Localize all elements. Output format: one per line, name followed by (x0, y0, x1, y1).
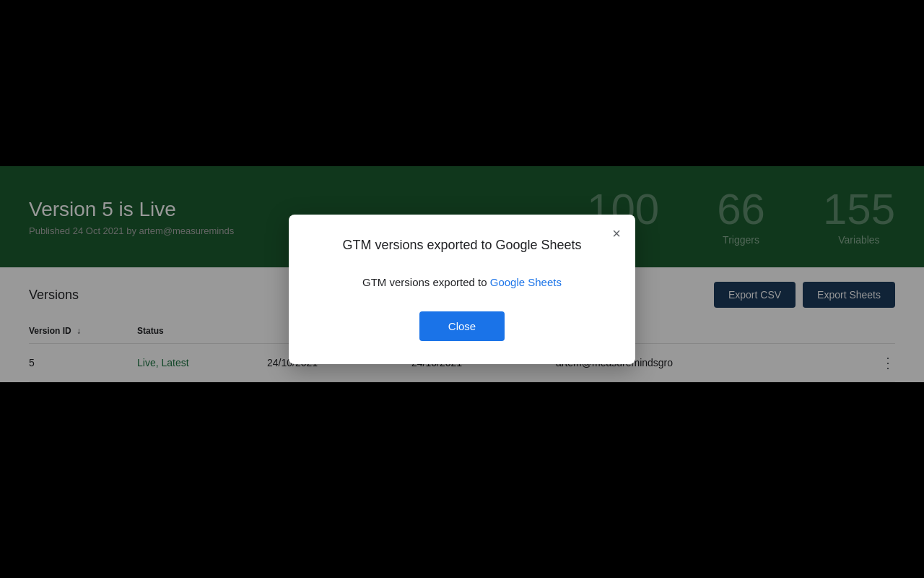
dialog-body-text: GTM versions exported to (362, 276, 490, 288)
modal-overlay: × GTM versions exported to Google Sheets… (0, 0, 924, 578)
dialog-close-button[interactable]: × (612, 226, 621, 241)
dialog-body: GTM versions exported to Google Sheets (312, 276, 612, 288)
export-success-dialog: × GTM versions exported to Google Sheets… (289, 215, 635, 364)
dialog-close-action-button[interactable]: Close (419, 311, 505, 341)
dialog-title: GTM versions exported to Google Sheets (312, 238, 612, 253)
google-sheets-link[interactable]: Google Sheets (490, 276, 562, 288)
dialog-footer: Close (312, 311, 612, 341)
